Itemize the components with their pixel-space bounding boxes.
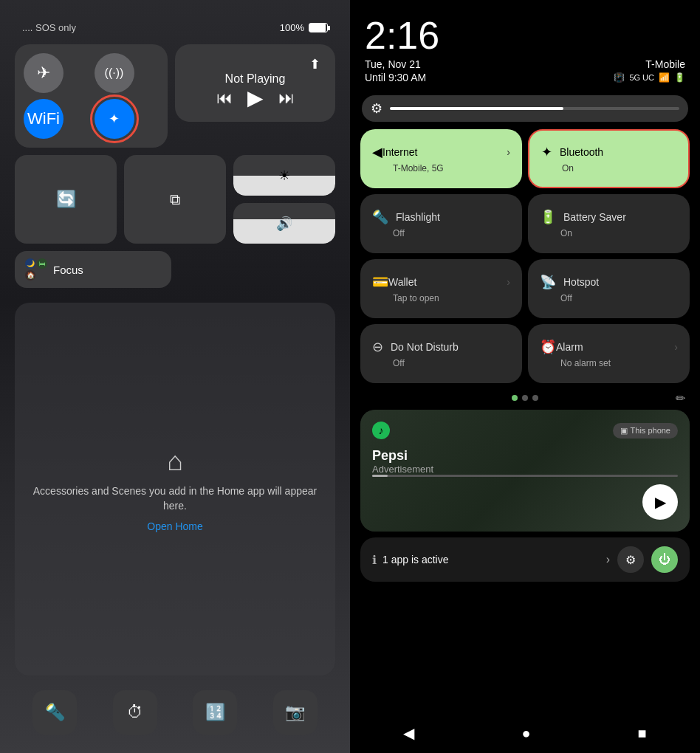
media-card-bottom: ▶ <box>372 484 678 520</box>
battery-icon <box>309 23 328 32</box>
screen-mirror-icon: ⧉ <box>170 191 180 208</box>
brightness-track <box>390 107 679 110</box>
flashlight-sublabel: Off <box>393 228 510 238</box>
flashlight-tile-header: 🔦 Flashlight <box>372 209 510 225</box>
internet-tile[interactable]: ◀ Internet › T-Mobile, 5G <box>360 129 522 188</box>
airplane-button[interactable]: ✈ <box>24 53 64 93</box>
brightness-bar[interactable]: ⚙ <box>362 95 688 122</box>
media-card[interactable]: ♪ ▣ This phone Pepsi Advertisement ▶ <box>360 410 690 532</box>
spotify-icon: ♪ <box>372 422 390 439</box>
wallet-icon: 💳 <box>372 274 388 290</box>
power-button[interactable]: ⏻ <box>651 546 678 573</box>
wallet-label: Wallet <box>388 276 416 288</box>
volume-icon: 🔊 <box>276 216 292 232</box>
rotation-lock-icon: 🔄 <box>56 190 76 209</box>
wallet-sublabel: Tap to open <box>393 293 510 303</box>
hotspot-label: Hotspot <box>563 276 599 288</box>
android-alarm-label: Until 9:30 AM <box>365 72 426 83</box>
battery-saver-header: 🔋 Battery Saver <box>540 209 678 225</box>
brightness-bar-container: ⚙ <box>350 89 700 126</box>
focus-icons: 🌙 🛏 🏠 <box>25 258 47 281</box>
play-button-ios[interactable]: ▶ <box>247 86 264 110</box>
android-date: Tue, Nov 21 <box>365 58 421 70</box>
media-card-subtitle: Advertisement <box>372 464 678 475</box>
screen-mirror-button[interactable]: ⧉ <box>124 155 226 244</box>
active-app-right: › ⚙ ⏻ <box>606 546 678 573</box>
cast-icon[interactable]: ⬆ <box>309 56 320 72</box>
page-dot-1 <box>512 395 518 401</box>
accessories-section: ⌂ Accessories and Scenes you add in the … <box>15 303 335 675</box>
internet-tile-header: ◀ Internet › <box>372 144 510 160</box>
timer-button[interactable]: ⏱ <box>113 690 157 735</box>
calculator-button[interactable]: 🔢 <box>193 690 237 735</box>
home-button[interactable]: ● <box>521 725 530 742</box>
open-home-link[interactable]: Open Home <box>147 520 202 532</box>
device-label: This phone <box>631 426 670 435</box>
bluetooth-toggle-ios[interactable]: ✦ <box>95 99 134 139</box>
volume-slider[interactable]: 🔊 <box>233 203 335 244</box>
cellular-button[interactable]: ((·)) <box>95 53 134 93</box>
flashlight-label: Flashlight <box>396 211 440 223</box>
active-app-left: ℹ 1 app is active <box>372 553 449 567</box>
wifi-icon: WiFi <box>27 109 60 128</box>
play-button-android[interactable]: ▶ <box>642 484 678 520</box>
wallet-tile[interactable]: 💳 Wallet › Tap to open <box>360 259 522 318</box>
pagination-dots: ✏ <box>350 389 700 407</box>
rewind-button[interactable]: ⏮ <box>216 89 233 108</box>
media-card-title: Pepsi <box>372 448 678 464</box>
play-icon-android: ▶ <box>655 493 666 511</box>
focus-button[interactable]: 🌙 🛏 🏠 Focus <box>15 251 171 288</box>
alarm-arrow-icon[interactable]: › <box>674 341 678 353</box>
alarm-tile[interactable]: ⏰ Alarm › No alarm set <box>528 324 690 383</box>
wallet-arrow-icon[interactable]: › <box>507 276 510 288</box>
internet-icon: ◀ <box>372 144 382 160</box>
active-app-banner[interactable]: ℹ 1 app is active › ⚙ ⏻ <box>360 537 690 582</box>
house-icon: 🏠 <box>25 270 35 281</box>
device-icon: ▣ <box>620 426 628 436</box>
ios-second-row: 🔄 ⧉ ☀ 🔊 <box>15 155 335 244</box>
android-clock: 2:16 <box>365 15 685 57</box>
calculator-icon: 🔢 <box>205 703 225 722</box>
ios-bottom-bar: 🔦 ⏱ 🔢 📷 <box>15 683 335 738</box>
page-dot-3 <box>532 395 538 401</box>
ios-focus-row: 🌙 🛏 🏠 Focus <box>15 251 335 288</box>
dnd-tile[interactable]: ⊖ Do Not Disturb Off <box>360 324 522 383</box>
android-quick-settings: 2:16 Tue, Nov 21 T-Mobile Until 9:30 AM … <box>350 0 700 753</box>
ios-control-center: .... SOS only 100% ✈ ((·)) WiFi ✦ <box>0 0 350 753</box>
forward-button[interactable]: ⏭ <box>278 89 295 108</box>
battery-saver-label: Battery Saver <box>563 211 626 223</box>
battery-saver-icon: 🔋 <box>540 209 556 225</box>
media-tile[interactable]: ⬆ Not Playing ⏮ ▶ ⏭ <box>175 44 335 122</box>
brightness-slider[interactable]: ☀ <box>233 155 335 196</box>
settings-button[interactable]: ⚙ <box>617 546 644 573</box>
active-app-label: 1 app is active <box>382 554 449 565</box>
signal-label: 5G UC <box>629 73 654 82</box>
battery-saver-tile[interactable]: 🔋 Battery Saver On <box>528 194 690 253</box>
wifi-button[interactable]: WiFi <box>24 99 64 139</box>
dnd-icon: ⊖ <box>372 339 383 355</box>
rotation-lock-button[interactable]: 🔄 <box>15 155 117 244</box>
brightness-fill <box>390 107 563 110</box>
flashlight-icon: 🔦 <box>45 703 65 722</box>
bluetooth-tile-android[interactable]: ✦ Bluetooth On <box>528 129 690 188</box>
back-button[interactable]: ◀ <box>403 724 414 742</box>
alarm-label: Alarm <box>556 341 583 353</box>
hotspot-tile[interactable]: 📡 Hotspot Off <box>528 259 690 318</box>
ios-battery-percent: 100% <box>280 22 304 33</box>
vibrate-icon: 📳 <box>614 72 625 83</box>
internet-arrow-icon[interactable]: › <box>507 146 510 158</box>
signal-bars-icon: 📶 <box>659 72 670 83</box>
connectivity-tile[interactable]: ✈ ((·)) WiFi ✦ <box>15 44 168 148</box>
media-progress-fill <box>372 475 388 477</box>
flashlight-tile[interactable]: 🔦 Flashlight Off <box>360 194 522 253</box>
timer-icon: ⏱ <box>127 703 143 722</box>
android-status-icons: Until 9:30 AM 📳 5G UC 📶 🔋 <box>365 72 685 83</box>
recents-button[interactable]: ■ <box>637 725 646 742</box>
camera-button[interactable]: 📷 <box>273 690 318 735</box>
android-signal-icons: 📳 5G UC 📶 🔋 <box>614 72 685 83</box>
flashlight-button[interactable]: 🔦 <box>32 690 77 735</box>
internet-sublabel: T-Mobile, 5G <box>393 163 510 173</box>
brightness-volume-col <box>179 251 335 288</box>
edit-button[interactable]: ✏ <box>676 391 685 405</box>
media-controls: ⏮ ▶ ⏭ <box>216 86 295 110</box>
